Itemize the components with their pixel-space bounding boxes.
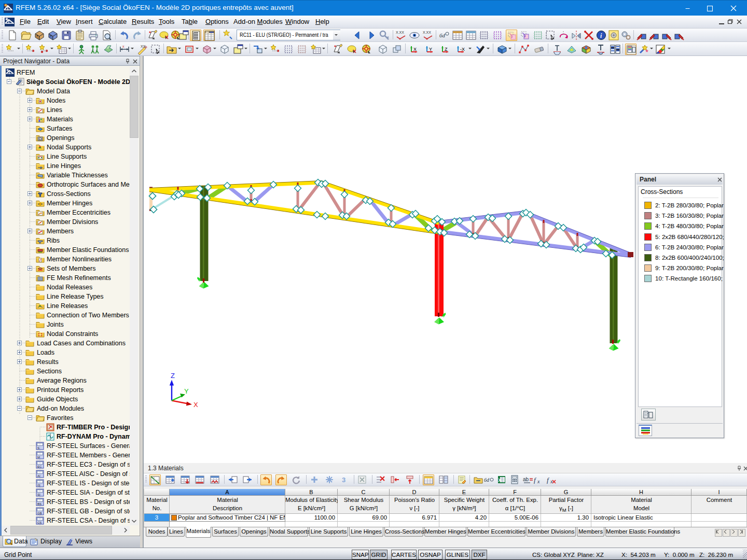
svg-text:X: X <box>413 47 417 52</box>
svg-text:6d: 6d <box>439 32 446 38</box>
svg-text:X.XX: X.XX <box>396 31 404 34</box>
svg-text:f: f <box>534 476 537 484</box>
svg-text:X: X <box>499 478 502 483</box>
svg-text:3: 3 <box>342 476 345 484</box>
svg-text:x: x <box>122 45 125 48</box>
svg-text:Y: Y <box>429 47 432 52</box>
svg-text:Y: Y <box>184 387 189 395</box>
svg-text:ab: ab <box>523 477 529 482</box>
svg-text:f: f <box>547 476 550 484</box>
svg-text:X.XX: X.XX <box>423 31 431 34</box>
svg-text:x: x <box>537 479 540 484</box>
svg-text:-X: -X <box>460 47 465 52</box>
svg-text:X: X <box>193 401 198 409</box>
svg-text:XX: XX <box>141 45 146 48</box>
svg-text:6d: 6d <box>484 477 490 483</box>
svg-text:Z: Z <box>445 47 448 52</box>
svg-text:x: x <box>550 479 553 484</box>
svg-text:Z: Z <box>171 372 175 380</box>
